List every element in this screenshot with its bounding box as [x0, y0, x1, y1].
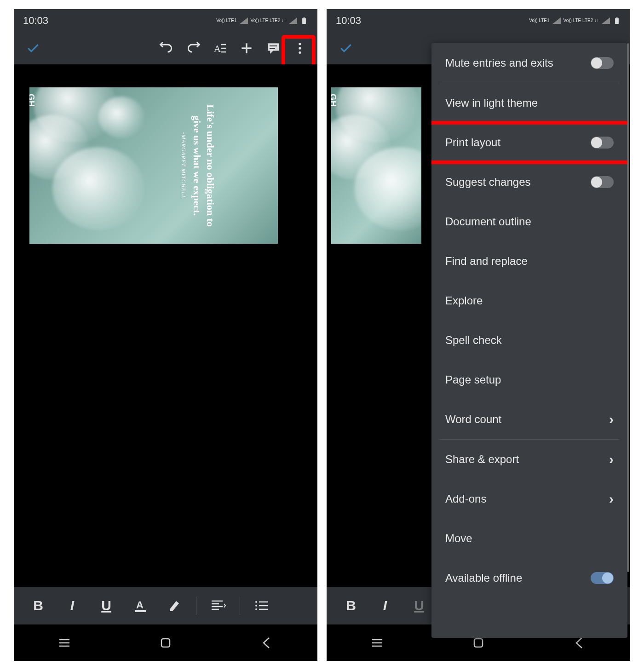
svg-point-8: [255, 601, 257, 603]
undo-button[interactable]: [155, 37, 178, 59]
italic-button[interactable]: I: [370, 592, 400, 619]
menu-item-explore[interactable]: Explore: [431, 281, 627, 321]
toggle-switch[interactable]: [591, 137, 614, 149]
separator: [196, 596, 196, 615]
menu-item-label: Spell check: [445, 334, 502, 347]
svg-point-4: [299, 47, 301, 49]
svg-point-10: [255, 608, 257, 610]
menu-item-label: Print layout: [445, 136, 500, 149]
menu-item-label: Share & export: [445, 453, 519, 466]
svg-rect-19: [474, 639, 483, 647]
bold-button[interactable]: B: [23, 592, 53, 619]
phone-screenshot-right: 10:03 Vo)) LTE1 Vo)) LTE LTE2 ↓↑ GH B I …: [327, 9, 630, 661]
svg-rect-11: [161, 639, 170, 647]
italic-button[interactable]: I: [57, 592, 87, 619]
insert-button[interactable]: [236, 37, 258, 59]
signal-icon: [552, 17, 561, 24]
menu-item-view-in-light-theme[interactable]: View in light theme: [431, 83, 627, 123]
menu-item-label: Add-ons: [445, 492, 486, 505]
chevron-right-icon: ›: [609, 452, 614, 467]
svg-rect-1: [303, 17, 305, 18]
recents-button[interactable]: [41, 629, 87, 657]
more-options-button[interactable]: [289, 37, 311, 59]
menu-item-label: Page setup: [445, 373, 501, 386]
text-color-button[interactable]: A: [125, 592, 155, 619]
svg-text:A: A: [214, 43, 221, 54]
status-bar: 10:03 Vo)) LTE1 Vo)) LTE LTE2 ↓↑: [14, 9, 317, 32]
document-canvas[interactable]: GH Life's under no obligation to give us…: [14, 64, 317, 587]
menu-item-find-and-replace[interactable]: Find and replace: [431, 241, 627, 281]
svg-rect-7: [135, 610, 146, 612]
underline-button[interactable]: U: [404, 592, 434, 619]
system-nav-bar: [14, 624, 317, 661]
done-button[interactable]: [333, 37, 359, 59]
signal-icon: [240, 17, 248, 24]
menu-item-label: Suggest changes: [445, 176, 530, 189]
svg-rect-13: [616, 17, 617, 18]
recents-button[interactable]: [354, 629, 400, 657]
menu-item-label: Find and replace: [445, 255, 528, 268]
phone-screenshot-left: 10:03 Vo)) LTE1 Vo)) LTE LTE2 ↓↑ A: [14, 9, 317, 661]
menu-item-mute-entries-and-exits[interactable]: Mute entries and exits: [431, 43, 627, 83]
comment-button[interactable]: [262, 37, 284, 59]
menu-item-label: Available offline: [445, 572, 522, 584]
bold-button[interactable]: B: [336, 592, 366, 619]
menu-item-label: Mute entries and exits: [445, 57, 553, 69]
menu-item-label: Document outline: [445, 215, 531, 228]
clock: 10:03: [336, 15, 361, 27]
list-button[interactable]: [247, 592, 277, 619]
underline-button[interactable]: U: [91, 592, 121, 619]
overflow-menu: Mute entries and exitsView in light them…: [431, 43, 627, 638]
signal-icon: [602, 17, 610, 24]
menu-item-share-export[interactable]: Share & export›: [431, 440, 627, 479]
image-quote: Life's under no obligation to give us wh…: [180, 97, 217, 235]
menu-item-page-setup[interactable]: Page setup: [431, 360, 627, 400]
home-button[interactable]: [143, 629, 189, 657]
menu-item-label: Move: [445, 532, 472, 545]
toggle-switch[interactable]: [591, 176, 614, 188]
chevron-right-icon: ›: [609, 412, 614, 427]
highlight-button[interactable]: [159, 592, 190, 619]
menu-item-available-offline[interactable]: Available offline: [431, 558, 627, 598]
align-button[interactable]: [203, 592, 233, 619]
back-button[interactable]: [244, 629, 290, 657]
scrollbar-indicator: [627, 43, 629, 572]
clock: 10:03: [23, 15, 48, 27]
menu-item-print-layout[interactable]: Print layout: [431, 123, 627, 162]
embedded-image[interactable]: GH: [331, 87, 421, 244]
embedded-image[interactable]: GH Life's under no obligation to give us…: [29, 87, 278, 244]
status-indicators: Vo)) LTE1 Vo)) LTE LTE2 ↓↑: [216, 17, 308, 24]
image-badge: GH: [331, 94, 338, 107]
image-badge: GH: [29, 94, 36, 107]
menu-item-add-ons[interactable]: Add-ons›: [431, 479, 627, 519]
menu-item-suggest-changes[interactable]: Suggest changes: [431, 162, 627, 202]
toggle-switch[interactable]: [591, 572, 614, 584]
menu-item-label: View in light theme: [445, 97, 538, 109]
svg-text:A: A: [136, 599, 144, 611]
format-bar: B I U A: [14, 587, 317, 624]
menu-item-spell-check[interactable]: Spell check: [431, 321, 627, 360]
status-bar: 10:03 Vo)) LTE1 Vo)) LTE LTE2 ↓↑: [327, 9, 630, 32]
menu-item-move[interactable]: Move: [431, 519, 627, 558]
svg-point-5: [299, 52, 301, 54]
menu-item-label: Word count: [445, 413, 501, 426]
menu-item-word-count[interactable]: Word count›: [431, 400, 627, 439]
text-format-button[interactable]: A: [209, 37, 231, 59]
battery-icon: [300, 17, 308, 24]
redo-button[interactable]: [182, 37, 204, 59]
svg-point-3: [299, 43, 301, 45]
signal-icon: [289, 17, 297, 24]
menu-item-document-outline[interactable]: Document outline: [431, 202, 627, 241]
menu-item-label: Explore: [445, 294, 483, 307]
editor-toolbar: A: [14, 32, 317, 64]
svg-rect-0: [302, 18, 306, 24]
battery-icon: [613, 17, 621, 24]
toggle-switch[interactable]: [591, 57, 614, 69]
chevron-right-icon: ›: [609, 491, 614, 507]
svg-rect-12: [615, 18, 619, 24]
separator: [240, 596, 240, 615]
svg-point-9: [255, 605, 257, 607]
done-button[interactable]: [20, 37, 46, 59]
status-indicators: Vo)) LTE1 Vo)) LTE LTE2 ↓↑: [529, 17, 621, 24]
